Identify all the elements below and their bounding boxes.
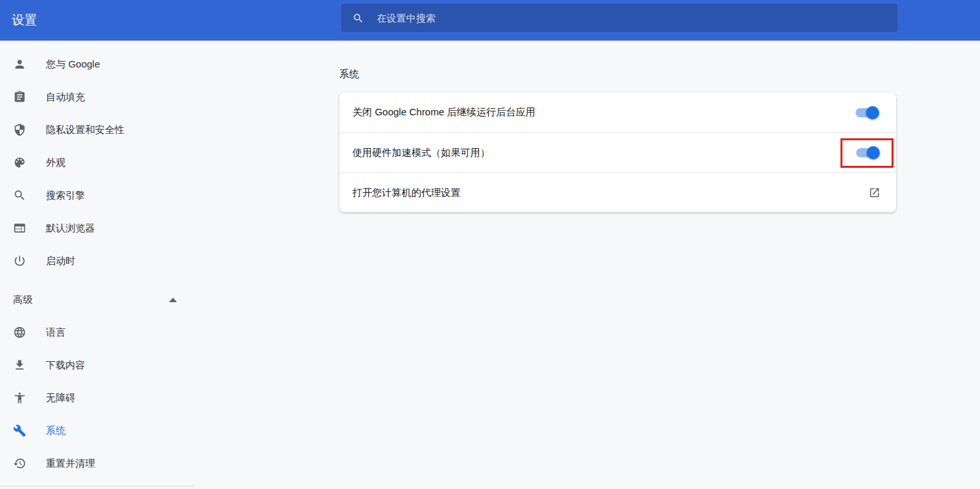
sidebar-item-label: 启动时 (46, 255, 75, 267)
sidebar-item-accessibility[interactable]: 无障碍 (0, 381, 194, 414)
search-icon (352, 12, 364, 24)
sidebar-item-label: 默认浏览器 (46, 222, 95, 235)
sidebar-item-default-browser[interactable]: 默认浏览器 (0, 212, 194, 244)
power-icon (13, 254, 26, 267)
toggle-knob (866, 106, 879, 119)
chevron-up-icon (169, 298, 177, 302)
sidebar-item-you-and-google[interactable]: 您与 Google (0, 48, 194, 81)
sidebar-item-on-startup[interactable]: 启动时 (0, 244, 194, 277)
palette-icon (13, 156, 26, 169)
globe-icon (13, 326, 26, 339)
browser-window-icon (13, 222, 26, 235)
setting-label: 关闭 Google Chrome 后继续运行后台应用 (352, 106, 856, 119)
sidebar-item-label: 外观 (46, 157, 66, 169)
accessibility-icon (13, 391, 26, 404)
search-input[interactable] (375, 12, 886, 24)
page-title: 设置 (12, 0, 37, 41)
sidebar-item-privacy-security[interactable]: 隐私设置和安全性 (0, 113, 194, 146)
sidebar-item-label: 自动填充 (46, 91, 85, 104)
sidebar-item-label: 语言 (46, 326, 66, 339)
settings-menu: 您与 Google 自动填充 隐私设置和安全性 外观 搜索引擎 默认浏览器 (0, 41, 194, 480)
sidebar-item-label: 您与 Google (46, 58, 100, 71)
sidebar-item-reset-cleanup[interactable]: 重置并清理 (0, 447, 194, 480)
sidebar-advanced-toggle[interactable]: 高级 (0, 283, 194, 316)
highlight-box (840, 138, 894, 168)
sidebar-item-label: 无障碍 (46, 392, 75, 404)
sidebar-section-divider (0, 486, 195, 486)
advanced-label: 高级 (13, 294, 33, 306)
sidebar-item-downloads[interactable]: 下载内容 (0, 349, 194, 381)
sidebar-item-label: 重置并清理 (46, 458, 95, 470)
setting-row-proxy-settings[interactable]: 打开您计算机的代理设置 (339, 172, 896, 212)
toggle-hardware-acceleration[interactable] (856, 148, 878, 157)
sidebar-item-label: 隐私设置和安全性 (46, 124, 124, 136)
main-content: 系统 关闭 Google Chrome 后继续运行后台应用 使用硬件加速模式（如… (339, 41, 896, 212)
sidebar-item-autofill[interactable]: 自动填充 (0, 81, 194, 113)
history-icon (13, 457, 26, 470)
sidebar-item-label: 搜索引擎 (46, 189, 85, 202)
system-settings-card: 关闭 Google Chrome 后继续运行后台应用 使用硬件加速模式（如果可用… (339, 92, 896, 212)
section-title: 系统 (339, 68, 896, 81)
setting-row-hardware-acceleration[interactable]: 使用硬件加速模式（如果可用） (339, 132, 896, 172)
sidebar-item-appearance[interactable]: 外观 (0, 146, 194, 179)
toolbar: 设置 (0, 0, 980, 41)
setting-label: 使用硬件加速模式（如果可用） (352, 147, 840, 159)
toggle-knob (867, 146, 880, 159)
setting-row-background-apps[interactable]: 关闭 Google Chrome 后继续运行后台应用 (339, 92, 896, 132)
download-icon (13, 359, 26, 372)
magnifier-icon (13, 189, 26, 202)
sidebar-item-label: 下载内容 (46, 359, 85, 372)
settings-search-box[interactable] (341, 4, 897, 32)
toggle-background-apps[interactable] (856, 108, 878, 117)
shield-icon (13, 123, 26, 136)
setting-label: 打开您计算机的代理设置 (352, 187, 869, 199)
clipboard-icon (13, 90, 26, 104)
sidebar-item-label: 系统 (46, 425, 66, 437)
open-in-new-icon (869, 187, 880, 199)
sidebar-item-system[interactable]: 系统 (0, 414, 194, 447)
sidebar-item-search-engine[interactable]: 搜索引擎 (0, 179, 194, 212)
person-icon (13, 58, 26, 71)
sidebar-item-languages[interactable]: 语言 (0, 316, 194, 349)
wrench-icon (13, 424, 26, 437)
